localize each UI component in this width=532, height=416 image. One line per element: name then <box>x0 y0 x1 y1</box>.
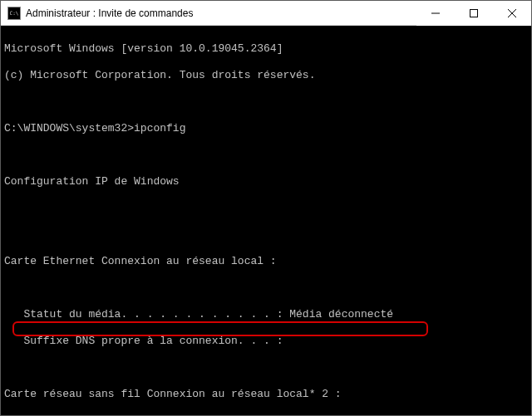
minimize-button[interactable] <box>416 1 455 26</box>
maximize-button[interactable] <box>455 1 493 26</box>
terminal-blank <box>4 281 528 295</box>
window-title: Administrateur : Invite de commandes <box>26 7 193 19</box>
close-icon <box>508 9 516 17</box>
terminal-blank <box>4 361 528 374</box>
minimize-icon <box>431 9 440 17</box>
terminal-line: Microsoft Windows [version 10.0.19045.23… <box>4 42 528 56</box>
window-controls <box>416 1 531 25</box>
terminal-blank <box>4 228 528 242</box>
titlebar[interactable]: Administrateur : Invite de commandes <box>1 1 531 26</box>
terminal-blank <box>4 202 528 215</box>
terminal-line: (c) Microsoft Corporation. Tous droits r… <box>4 69 528 82</box>
cmd-window: Administrateur : Invite de commandes Mic… <box>0 0 532 416</box>
terminal-blank <box>4 414 528 415</box>
svg-rect-1 <box>470 10 478 17</box>
terminal-line: Statut du média. . . . . . . . . . . . :… <box>4 308 528 321</box>
terminal-line: Suffixe DNS propre à la connexion. . . : <box>4 335 528 348</box>
close-button[interactable] <box>493 1 531 26</box>
terminal-blank <box>4 95 528 109</box>
terminal-output[interactable]: Microsoft Windows [version 10.0.19045.23… <box>1 26 531 415</box>
adapter-header: Carte Ethernet Connexion au réseau local… <box>4 255 528 268</box>
maximize-icon <box>470 9 478 17</box>
adapter-header: Carte réseau sans fil Connexion au résea… <box>4 388 528 401</box>
terminal-prompt: C:\WINDOWS\system32>ipconfig <box>4 122 528 135</box>
cmd-icon <box>7 7 21 20</box>
terminal-blank <box>4 149 528 162</box>
terminal-line: Configuration IP de Windows <box>4 175 528 188</box>
